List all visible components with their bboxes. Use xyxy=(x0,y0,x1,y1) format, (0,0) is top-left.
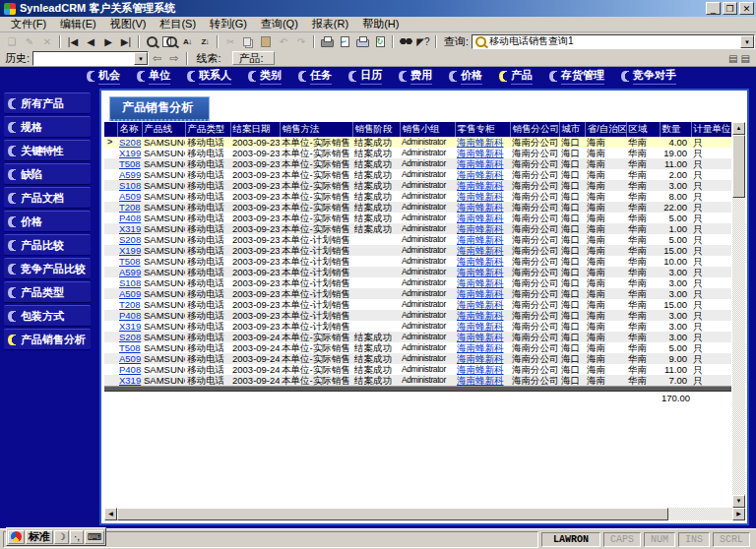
product-name-link[interactable]: A599 xyxy=(119,169,141,180)
product-name-link[interactable]: P408 xyxy=(119,213,141,223)
nav-tab[interactable]: 任务 xyxy=(298,68,332,85)
sidebar-item[interactable]: 产品文档 xyxy=(4,187,91,209)
nav-tab[interactable]: 单位 xyxy=(137,68,170,85)
ime-logo-icon[interactable] xyxy=(8,530,25,544)
product-name-link[interactable]: S208 xyxy=(119,234,141,245)
cell-counter[interactable]: 海南蜂新科 xyxy=(455,321,510,332)
column-header[interactable]: 销售方法 xyxy=(280,122,352,137)
close-icon[interactable]: ✕ xyxy=(739,2,754,15)
table-row[interactable]: P408SAMSUNG移动电话2003-09-24本单位-实际销售结案成功Adm… xyxy=(104,364,731,375)
product-name-link[interactable]: X319 xyxy=(119,321,141,332)
scroll-down-icon[interactable]: ▼ xyxy=(732,495,745,508)
column-header[interactable]: 名称 xyxy=(117,122,142,137)
product-name-link[interactable]: X199 xyxy=(119,148,141,158)
vertical-scrollbar[interactable]: ▲ ▼ xyxy=(732,122,745,508)
product-name-link[interactable]: T208 xyxy=(119,202,141,213)
retail-counter-link[interactable]: 海南蜂新科 xyxy=(457,137,504,148)
sidebar-item[interactable]: 价格 xyxy=(4,211,91,232)
column-header[interactable]: 零售专柜 xyxy=(455,122,510,137)
menu-item[interactable]: 视图(V) xyxy=(103,17,154,31)
retail-counter-link[interactable]: 海南蜂新科 xyxy=(457,213,504,223)
sidebar-item[interactable]: 产品比较 xyxy=(4,234,91,256)
retail-counter-link[interactable]: 海南蜂新科 xyxy=(457,169,504,180)
nav-tab[interactable]: 存货管理 xyxy=(549,68,604,85)
refresh-page-icon[interactable] xyxy=(371,34,389,49)
history-forward-icon[interactable]: ⇨ xyxy=(165,52,182,65)
table-row[interactable]: A599SAMSUNG移动电话2003-09-23本单位-实际销售结案成功Adm… xyxy=(104,169,731,180)
product-name-link[interactable]: S108 xyxy=(119,277,141,288)
cell-counter[interactable]: 海南蜂新科 xyxy=(455,191,510,202)
column-header[interactable]: 销售分公司 xyxy=(510,122,559,137)
table-row[interactable]: T508SAMSUNG移动电话2003-09-23本单位-计划销售Adminis… xyxy=(104,256,731,267)
cell-counter[interactable]: 海南蜂新科 xyxy=(455,169,510,180)
nav-tab[interactable]: 机会 xyxy=(87,68,120,85)
cell-name[interactable]: A509 xyxy=(117,353,142,364)
retail-counter-link[interactable]: 海南蜂新科 xyxy=(457,310,504,321)
table-row[interactable]: X319SAMSUNG移动电话2003-09-24本单位-实际销售结案成功Adm… xyxy=(104,375,731,387)
product-name-link[interactable]: A509 xyxy=(119,288,141,299)
retail-counter-link[interactable]: 海南蜂新科 xyxy=(457,234,504,245)
retail-counter-link[interactable]: 海南蜂新科 xyxy=(457,256,504,267)
notebook-icon[interactable]: ▤ xyxy=(741,53,750,64)
table-row[interactable]: >S208SAMSUNG移动电话2003-09-23本单位-实际销售结案成功Ad… xyxy=(104,137,731,148)
cell-name[interactable]: X319 xyxy=(117,321,142,332)
retail-counter-link[interactable]: 海南蜂新科 xyxy=(457,332,504,342)
history-combobox[interactable]: ▼ xyxy=(32,51,149,66)
cell-counter[interactable]: 海南蜂新科 xyxy=(455,364,510,375)
product-name-link[interactable]: X319 xyxy=(119,375,141,386)
cell-name[interactable]: X199 xyxy=(117,148,142,158)
sort-ascending-icon[interactable]: A↓ xyxy=(178,34,196,49)
ime-mode-button[interactable]: 标准 xyxy=(26,530,53,544)
product-name-link[interactable]: T508 xyxy=(119,256,141,267)
search-icon[interactable] xyxy=(143,34,160,49)
retail-counter-link[interactable]: 海南蜂新科 xyxy=(457,375,504,386)
cell-counter[interactable]: 海南蜂新科 xyxy=(455,213,510,223)
sidebar-item[interactable]: 产品类型 xyxy=(4,281,91,303)
retail-counter-link[interactable]: 海南蜂新科 xyxy=(457,321,504,332)
cell-name[interactable]: S208 xyxy=(117,332,142,342)
product-name-link[interactable]: A509 xyxy=(119,353,141,364)
cell-name[interactable]: T508 xyxy=(117,342,142,353)
product-name-link[interactable]: X319 xyxy=(119,223,141,234)
table-row[interactable]: T508SAMSUNG移动电话2003-09-23本单位-实际销售结案成功Adm… xyxy=(104,158,731,169)
retail-counter-link[interactable]: 海南蜂新科 xyxy=(457,245,504,256)
sidebar-item[interactable]: 规格 xyxy=(4,116,91,138)
retail-counter-link[interactable]: 海南蜂新科 xyxy=(457,353,504,364)
cell-name[interactable]: X319 xyxy=(117,375,142,387)
cell-name[interactable]: S108 xyxy=(117,277,142,288)
retail-counter-link[interactable]: 海南蜂新科 xyxy=(457,180,504,191)
cell-counter[interactable]: 海南蜂新科 xyxy=(455,299,510,310)
nav-tab[interactable]: 联系人 xyxy=(187,68,231,85)
column-header[interactable]: 销售小组 xyxy=(400,122,455,137)
sidebar-item[interactable]: 缺陷 xyxy=(4,163,91,185)
table-row[interactable]: T208SAMSUNG移动电话2003-09-23本单位-计划销售Adminis… xyxy=(104,299,731,310)
table-row[interactable]: X199SAMSUNG移动电话2003-09-23本单位-计划销售Adminis… xyxy=(104,245,731,256)
ime-softkeyboard-icon[interactable]: ⌨ xyxy=(85,530,104,544)
retail-counter-link[interactable]: 海南蜂新科 xyxy=(457,288,504,299)
cell-name[interactable]: A509 xyxy=(117,288,142,299)
ime-punctuation-icon[interactable]: ·, xyxy=(70,530,84,544)
cell-counter[interactable]: 海南蜂新科 xyxy=(455,342,510,353)
retail-counter-link[interactable]: 海南蜂新科 xyxy=(457,342,504,353)
cell-name[interactable]: S208 xyxy=(117,234,142,245)
column-header[interactable]: 计量单位 xyxy=(691,122,731,137)
notebook-icon[interactable]: ▤ xyxy=(728,53,737,64)
menu-item[interactable]: 报表(R) xyxy=(305,17,355,31)
scroll-up-icon[interactable]: ▲ xyxy=(732,122,745,135)
cell-counter[interactable]: 海南蜂新科 xyxy=(455,353,510,364)
table-row[interactable]: S108SAMSUNG移动电话2003-09-23本单位-计划销售Adminis… xyxy=(104,277,731,288)
menu-item[interactable]: 栏目(S) xyxy=(153,17,203,31)
cell-counter[interactable]: 海南蜂新科 xyxy=(455,310,510,321)
cell-counter[interactable]: 海南蜂新科 xyxy=(455,148,510,158)
table-row[interactable]: A509SAMSUNG移动电话2003-09-24本单位-实际销售结案成功Adm… xyxy=(104,353,731,364)
query-dropdown-icon[interactable]: ▼ xyxy=(740,35,754,48)
cell-counter[interactable]: 海南蜂新科 xyxy=(455,288,510,299)
table-row[interactable]: P408SAMSUNG移动电话2003-09-23本单位-计划销售Adminis… xyxy=(104,310,731,321)
retail-counter-link[interactable]: 海南蜂新科 xyxy=(457,267,504,277)
table-row[interactable]: X319SAMSUNG移动电话2003-09-23本单位-实际销售结案成功Adm… xyxy=(104,223,731,234)
sidebar-item[interactable]: 关键特性 xyxy=(4,140,91,161)
product-name-link[interactable]: P408 xyxy=(119,364,141,375)
product-name-link[interactable]: P408 xyxy=(119,310,141,321)
cell-counter[interactable]: 海南蜂新科 xyxy=(455,234,510,245)
product-name-link[interactable]: S208 xyxy=(119,137,141,148)
